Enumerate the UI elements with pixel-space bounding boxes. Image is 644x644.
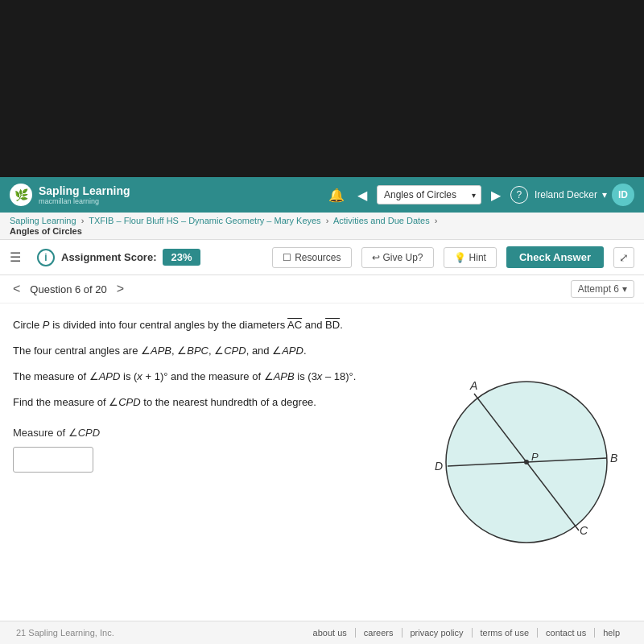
score-label: Assignment Score: xyxy=(61,251,156,263)
user-avatar: ID xyxy=(612,184,634,206)
problem-line-3: The measure of ∠APD is (x + 1)° and the … xyxy=(13,368,406,386)
breadcrumb-activities[interactable]: Activities and Due Dates xyxy=(333,216,430,225)
breadcrumb-current: Angles of Circles xyxy=(10,226,634,236)
main-content: Circle P is divided into four central an… xyxy=(0,303,644,621)
help-button[interactable]: ? xyxy=(510,186,528,204)
app-wrapper: 🌿 Sapling Learning macmillan learning 🔔 … xyxy=(0,177,644,644)
prev-question-button[interactable]: < xyxy=(10,282,23,296)
problem-line-2: The four central angles are ∠APB, ∠BPC, … xyxy=(13,342,406,360)
app-name: Sapling Learning xyxy=(39,184,130,197)
user-menu[interactable]: Ireland Decker ▾ ID xyxy=(535,184,634,206)
label-c: C xyxy=(580,524,588,537)
bell-button[interactable]: 🔔 xyxy=(325,184,348,206)
resources-label: Resources xyxy=(295,252,341,263)
next-question-button[interactable]: > xyxy=(114,282,127,296)
header-center: 🔔 ◀ Angles of Circles ▾ ▶ ? Ireland Deck… xyxy=(325,184,634,206)
problem-text: Circle P is divided into four central an… xyxy=(13,316,406,608)
menu-icon[interactable]: ☰ xyxy=(10,250,21,265)
footer-copyright: 21 Sapling Learning, Inc. xyxy=(16,628,114,638)
diameter-bd: BD xyxy=(325,319,340,331)
breadcrumb-course[interactable]: TXFIB – Flour Bluff HS – Dynamic Geometr… xyxy=(89,216,320,225)
label-d: D xyxy=(435,460,443,473)
toolbar-left: i Assignment Score: 23% xyxy=(37,249,262,266)
answer-input[interactable] xyxy=(13,447,93,473)
question-nav-left: < Question 6 of 20 > xyxy=(10,282,127,296)
dropdown-chevron-icon: ▾ xyxy=(602,189,607,200)
question-nav: < Question 6 of 20 > Attempt 6 ▾ xyxy=(0,275,644,303)
hint-label: Hint xyxy=(469,252,486,263)
footer-link-careers[interactable]: careers xyxy=(356,628,402,638)
footer-link-about[interactable]: about us xyxy=(305,628,356,638)
breadcrumb-home[interactable]: Sapling Learning xyxy=(10,216,76,225)
logo-area: 🌿 Sapling Learning macmillan learning xyxy=(10,184,316,206)
info-icon[interactable]: i xyxy=(37,249,55,266)
fullscreen-button[interactable]: ⤢ xyxy=(613,247,634,268)
user-name: Ireland Decker xyxy=(535,189,597,200)
footer-link-help[interactable]: help xyxy=(595,628,628,638)
give-up-icon: ↩ xyxy=(372,252,380,263)
hint-icon: 💡 xyxy=(454,252,466,263)
check-answer-label: Check Answer xyxy=(519,251,591,263)
topic-dropdown-label: Angles of Circles xyxy=(384,189,456,200)
back-button[interactable]: ◀ xyxy=(354,184,370,206)
attempt-box: Attempt 6 ▾ xyxy=(571,280,634,298)
toolbar: ☰ i Assignment Score: 23% ☐ Resources ↩ … xyxy=(0,240,644,275)
attempt-chevron-icon: ▾ xyxy=(622,283,627,295)
app-subtitle: macmillan learning xyxy=(39,197,130,205)
problem-line-4: Find the measure of ∠CPD to the nearest … xyxy=(13,394,406,411)
logo-icon: 🌿 xyxy=(10,184,32,206)
user-initials: ID xyxy=(618,189,628,200)
label-p: P xyxy=(531,451,539,463)
logo-text-area: Sapling Learning macmillan learning xyxy=(39,184,130,205)
dropdown-arrow-icon: ▾ xyxy=(472,191,476,200)
play-button[interactable]: ▶ xyxy=(488,184,504,206)
breadcrumb: Sapling Learning › TXFIB – Flour Bluff H… xyxy=(0,213,644,240)
svg-point-3 xyxy=(524,460,529,464)
answer-label: Measure of ∠CPD xyxy=(13,424,406,442)
attempt-label: Attempt 6 xyxy=(578,283,619,295)
circle-diagram: A B C D P xyxy=(430,365,623,559)
check-answer-button[interactable]: Check Answer xyxy=(506,246,604,268)
footer-link-terms[interactable]: terms of use xyxy=(473,628,539,638)
header-bar: 🌿 Sapling Learning macmillan learning 🔔 … xyxy=(0,177,644,213)
topic-dropdown[interactable]: Angles of Circles ▾ xyxy=(377,185,481,204)
give-up-label: Give Up? xyxy=(383,252,423,263)
resources-button[interactable]: ☐ Resources xyxy=(272,247,351,268)
answer-area: Measure of ∠CPD xyxy=(13,424,406,473)
score-badge: 23% xyxy=(163,249,200,266)
footer-link-contact[interactable]: contact us xyxy=(538,628,595,638)
diameter-ac: AC xyxy=(287,319,302,331)
label-b: B xyxy=(610,452,617,464)
resources-icon: ☐ xyxy=(283,252,291,263)
footer-link-privacy[interactable]: privacy policy xyxy=(402,628,473,638)
monitor-frame xyxy=(0,0,644,177)
footer: 21 Sapling Learning, Inc. about us caree… xyxy=(0,621,644,644)
question-counter: Question 6 of 20 xyxy=(30,283,106,295)
footer-links: about us careers privacy policy terms of… xyxy=(305,628,628,638)
label-a: A xyxy=(469,379,477,392)
give-up-button[interactable]: ↩ Give Up? xyxy=(361,247,434,268)
diagram-area: A B C D P xyxy=(422,316,631,608)
problem-line-1: Circle P is divided into four central an… xyxy=(13,316,406,334)
hint-button[interactable]: 💡 Hint xyxy=(444,247,497,268)
